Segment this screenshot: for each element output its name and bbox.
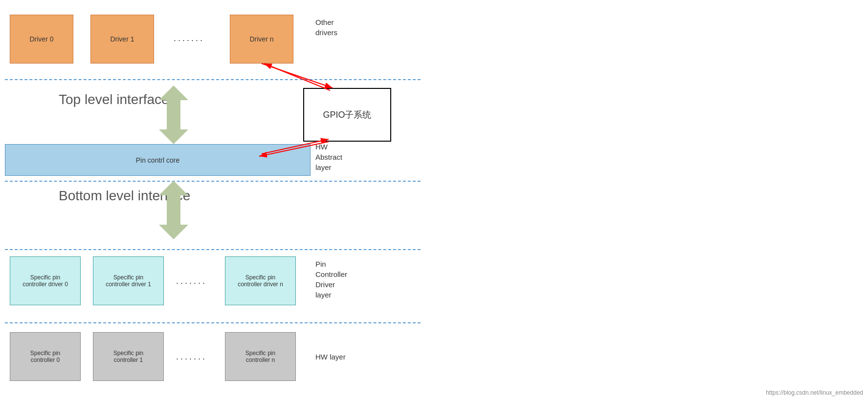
diagram-container: Driver 0 Driver 1 ....... Driver n Other…: [0, 0, 440, 401]
drivern-label: Driver n: [249, 35, 273, 43]
specific-pin-driver0-label: Specific pin controller driver 0: [22, 274, 68, 288]
specific-pin-drivern-label: Specific pin controller driver n: [238, 274, 283, 288]
hw-layer-text: HW layer: [315, 353, 346, 361]
specific-pin-ctrl-0: Specific pin controller 0: [10, 332, 81, 381]
dashed-line-2: [5, 181, 421, 182]
top-level-interface: Top level interface: [59, 92, 169, 107]
dashed-line-3: [5, 249, 421, 250]
specific-pin-driver-1: Specific pin controller driver 1: [93, 256, 164, 305]
svg-marker-5: [159, 225, 188, 239]
specific-pin-driver1-label: Specific pin controller driver 1: [106, 274, 151, 288]
hw-abstract-text: HW Abstract layer: [315, 143, 342, 171]
svg-line-9: [264, 63, 330, 90]
other-drivers-label: Other drivers: [315, 17, 337, 38]
driver-dots-text: .......: [174, 33, 204, 43]
pin-controller-driver-layer-text: Pin Controller Driver layer: [315, 260, 347, 299]
pin-ctrl-core: Pin contrl core: [5, 144, 311, 176]
specific-pin-driver-0: Specific pin controller driver 0: [10, 256, 81, 305]
specific-pin-ctrl-dots-text: .......: [176, 352, 207, 361]
dashed-line-4: [5, 322, 421, 323]
watermark: https://blog.csdn.net/linux_embedded: [766, 389, 863, 396]
pin-controller-driver-layer-label: Pin Controller Driver layer: [315, 259, 347, 300]
specific-pin-driver-n: Specific pin controller driver n: [225, 256, 296, 305]
top-level-arrow: [154, 85, 193, 144]
hw-layer-label: HW layer: [315, 352, 346, 362]
other-drivers-text: Other drivers: [315, 18, 337, 37]
pin-ctrl-core-text: Pin contrl core: [136, 156, 179, 164]
driver-box-0: Driver 0: [10, 15, 73, 63]
specific-pin-driver-dots-text: .......: [176, 276, 207, 286]
svg-marker-2: [159, 129, 188, 144]
top-level-interface-text: Top level interface: [59, 92, 169, 107]
watermark-text: https://blog.csdn.net/linux_embedded: [766, 389, 863, 396]
specific-pin-ctrl-dots: .......: [176, 352, 207, 362]
dashed-line-1: [5, 79, 421, 80]
gpio-label: GPIO子系统: [323, 109, 371, 121]
driver-box-1: Driver 1: [90, 15, 154, 63]
svg-marker-1: [159, 85, 188, 100]
driver0-label: Driver 0: [29, 35, 53, 43]
specific-pin-ctrl0-label: Specific pin controller 0: [30, 350, 60, 363]
svg-marker-4: [159, 181, 188, 195]
driver1-label: Driver 1: [110, 35, 134, 43]
svg-line-8: [262, 63, 333, 88]
specific-pin-ctrl-1: Specific pin controller 1: [93, 332, 164, 381]
gpio-box: GPIO子系统: [303, 88, 391, 142]
specific-pin-ctrl1-label: Specific pin controller 1: [113, 350, 143, 363]
hw-abstract-label: HW Abstract layer: [315, 142, 342, 172]
bottom-level-arrow: [154, 181, 193, 239]
specific-pin-ctrl-n: Specific pin controller n: [225, 332, 296, 381]
specific-pin-ctrln-label: Specific pin controller n: [245, 350, 275, 363]
driver-dots: .......: [174, 33, 204, 43]
specific-pin-driver-dots: .......: [176, 276, 207, 286]
driver-box-n: Driver n: [230, 15, 293, 63]
